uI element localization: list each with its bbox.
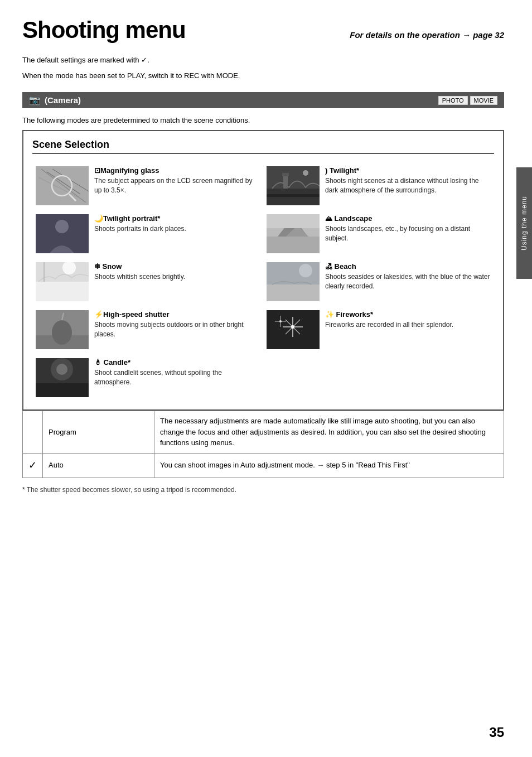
scene-desc-fireworks: Fireworks are recorded in all their sple… — [325, 320, 491, 330]
page-header: Shooting menu For details on the operati… — [22, 17, 504, 44]
page-number: 35 — [489, 725, 504, 740]
scene-item-landscape: ⛰ Landscape Shoots landscapes, etc., by … — [263, 210, 494, 258]
scene-name-landscape: ⛰ Landscape — [325, 214, 491, 223]
scene-name-candle: 🕯 Candle* — [94, 358, 260, 367]
svg-rect-28 — [267, 262, 320, 285]
svg-point-41 — [279, 320, 282, 322]
scene-desc-twilight: Shoots night scenes at a distance withou… — [325, 176, 491, 195]
camera-section-title: 📷 (Camera) — [29, 95, 81, 105]
scene-desc-magnify: The subject appears on the LCD screen ma… — [94, 176, 260, 195]
scene-selection-title: Scene Selection — [32, 139, 494, 154]
scene-thumb-candle — [36, 358, 89, 397]
scene-info-snow: ❄ Snow Shoots whitish scenes brightly. — [94, 262, 260, 282]
scene-selection-box: Scene Selection — [22, 130, 504, 411]
snow-icon: ❄ — [94, 262, 100, 271]
svg-rect-26 — [267, 285, 320, 301]
svg-rect-17 — [267, 237, 320, 253]
program-check-cell — [23, 411, 43, 454]
camera-section-header: 📷 (Camera) PHOTO MOVIE — [22, 92, 504, 108]
candle-icon: 🕯 — [94, 358, 101, 367]
table-row-program: Program The necessary adjustments are ma… — [23, 411, 504, 454]
auto-desc: You can shoot images in Auto adjustment … — [160, 461, 410, 469]
scene-desc-twilight-portrait: Shoots portraits in dark places. — [94, 224, 260, 234]
scene-item-candle: 🕯 Candle* Shoot candlelit scenes, withou… — [32, 354, 263, 402]
auto-label-cell: Auto — [43, 453, 154, 478]
scene-thumb-fireworks — [267, 310, 320, 349]
beach-icon: 🏖 — [325, 262, 332, 271]
svg-rect-15 — [36, 214, 89, 253]
svg-point-44 — [56, 364, 67, 375]
scene-item-highspeed: ⚡High-speed shutter Shoots moving subjec… — [32, 306, 263, 354]
table-row-auto: ✓ Auto You can shoot images in Auto adju… — [23, 453, 504, 478]
svg-point-31 — [52, 320, 72, 345]
twilight-icon: ) — [325, 166, 327, 175]
movie-badge: MOVIE — [470, 96, 497, 105]
fireworks-icon: ✨ — [325, 310, 334, 319]
scene-item-twilight: ) Twilight* Shoots night scenes at a dis… — [263, 162, 494, 210]
scene-name-beach: 🏖 Beach — [325, 262, 491, 271]
following-text: The following modes are predetermined to… — [22, 116, 504, 124]
landscape-icon: ⛰ — [325, 214, 332, 223]
svg-rect-9 — [283, 175, 288, 189]
svg-rect-45 — [36, 383, 89, 397]
intro-line1: The default settings are marked with ✓. — [22, 55, 504, 66]
scene-item-beach: 🏖 Beach Shoots seasides or lakesides, wi… — [263, 258, 494, 306]
scene-thumb-landscape — [267, 214, 320, 253]
photo-badge: PHOTO — [438, 96, 468, 105]
magnify-icon: ⊡ — [94, 166, 100, 175]
page: Shooting menu For details on the operati… — [0, 0, 532, 757]
scene-name-fireworks: ✨ Fireworks* — [325, 310, 491, 319]
scene-info-magnify: ⊡Magnifying glass The subject appears on… — [94, 166, 260, 195]
auto-checkmark-icon: ✓ — [28, 460, 37, 471]
scene-thumb-highspeed — [36, 310, 89, 349]
scene-name-magnify: ⊡Magnifying glass — [94, 166, 260, 175]
svg-rect-12 — [267, 194, 320, 197]
header-subtitle: For details on the operation → page 32 — [350, 30, 504, 40]
page-title: Shooting menu — [22, 17, 186, 44]
scene-info-beach: 🏖 Beach Shoots seasides or lakesides, wi… — [325, 262, 491, 291]
scene-info-fireworks: ✨ Fireworks* Fireworks are recorded in a… — [325, 310, 491, 330]
scene-desc-snow: Shoots whitish scenes brightly. — [94, 272, 260, 282]
program-desc: The necessary adjustments are made autom… — [160, 417, 486, 447]
auto-label: Auto — [49, 461, 64, 469]
scene-name-snow: ❄ Snow — [94, 262, 260, 271]
svg-point-11 — [303, 170, 308, 176]
scene-thumb-twilight-portrait — [36, 214, 89, 253]
scene-desc-landscape: Shoots landscapes, etc., by focusing on … — [325, 224, 491, 243]
scene-item-twilight-portrait: 🌙Twilight portrait* Shoots portraits in … — [32, 210, 263, 258]
auto-check-cell: ✓ — [23, 453, 43, 478]
svg-rect-0 — [36, 166, 89, 205]
svg-rect-20 — [267, 214, 320, 228]
svg-point-38 — [291, 325, 294, 329]
scene-item-snow: ❄ Snow Shoots whitish scenes brightly. — [32, 258, 263, 306]
scene-desc-candle: Shoot candlelit scenes, without spoiling… — [94, 368, 260, 387]
scene-desc-highspeed: Shoots moving subjects outdoors or in ot… — [94, 320, 260, 339]
sidebar-label: Using the menu — [516, 167, 532, 279]
twilight-portrait-icon: 🌙 — [94, 214, 103, 223]
scene-thumb-beach — [267, 262, 320, 301]
program-label-cell: Program — [43, 411, 154, 454]
program-desc-cell: The necessary adjustments are made autom… — [154, 411, 504, 454]
photo-movie-badges: PHOTO MOVIE — [438, 96, 497, 105]
sidebar-text: Using the menu — [520, 196, 528, 250]
intro-line2: When the mode has been set to PLAY, swit… — [22, 70, 504, 81]
camera-icon: 📷 — [29, 95, 40, 105]
scene-info-twilight-portrait: 🌙Twilight portrait* Shoots portraits in … — [94, 214, 260, 234]
scene-info-landscape: ⛰ Landscape Shoots landscapes, etc., by … — [325, 214, 491, 243]
scene-thumb-twilight — [267, 166, 320, 205]
scene-item-magnifying-glass: ⊡Magnifying glass The subject appears on… — [32, 162, 263, 210]
scene-info-candle: 🕯 Candle* Shoot candlelit scenes, withou… — [94, 358, 260, 387]
highspeed-icon: ⚡ — [94, 310, 103, 319]
bottom-table: Program The necessary adjustments are ma… — [22, 411, 504, 478]
scene-thumb-snow — [36, 262, 89, 301]
scene-item-fireworks: ✨ Fireworks* Fireworks are recorded in a… — [263, 306, 494, 354]
scene-info-highspeed: ⚡High-speed shutter Shoots moving subjec… — [94, 310, 260, 339]
scene-name-twilight-portrait: 🌙Twilight portrait* — [94, 214, 260, 223]
scene-name-highspeed: ⚡High-speed shutter — [94, 310, 260, 319]
scene-info-twilight: ) Twilight* Shoots night scenes at a dis… — [325, 166, 491, 195]
scene-name-twilight: ) Twilight* — [325, 166, 491, 175]
footnote: * The shutter speed becomes slower, so u… — [22, 486, 504, 494]
camera-section-label: (Camera) — [45, 95, 81, 105]
scene-thumb-magnify — [36, 166, 89, 205]
scene-desc-beach: Shoots seasides or lakesides, with the b… — [325, 272, 491, 291]
